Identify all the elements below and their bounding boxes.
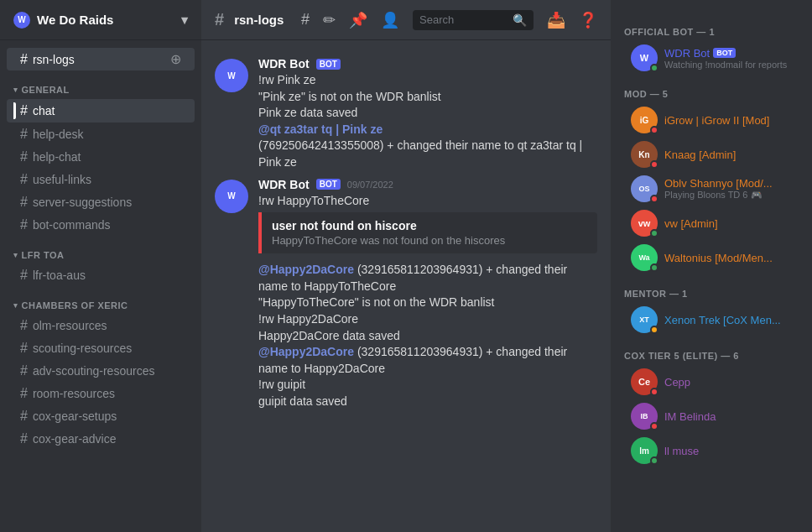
member-info: Oblv Shannyo [Mod/... Playing Bloons TD … [664,177,773,201]
category-general[interactable]: ▾ GENERAL [0,71,201,98]
member-name: Knaag [Admin] [664,149,736,161]
member-info: WDR Bot BOT Watching !modmail for report… [664,47,787,70]
sidebar-item-scouting-resources[interactable]: # scouting-resources [7,337,195,359]
member-name: IM Belinda [664,410,716,423]
status-indicator [650,456,658,465]
member-item-wdr-bot[interactable]: W WDR Bot BOT Watching !modmail for repo… [617,41,805,75]
category-label: CHAMBERS OF XERIC [22,300,128,310]
member-item-knaag[interactable]: Kn Knaag [Admin] [617,138,805,171]
sidebar-item-bot-commands[interactable]: # bot-commands [7,214,195,236]
member-category-mentor: MENTOR — 1 [611,275,812,302]
hash-icon: # [20,268,28,283]
add-channel-icon[interactable]: ⊕ [170,51,181,67]
member-item-vw[interactable]: vw vw [Admin] [617,206,805,240]
member-info: iGrow | iGrow II [Mod] [664,114,769,127]
edit-icon[interactable]: ✏ [323,11,336,29]
status-indicator [650,229,658,237]
search-bar[interactable]: 🔍 [413,10,534,30]
help-icon[interactable]: ❓ [579,11,597,29]
avatar: lm [631,437,658,464]
member-info: ll muse [664,445,699,457]
member-category-cox-tier5: COX TIER 5 (ELITE) — 6 [611,337,812,364]
inbox-icon[interactable]: 📥 [547,11,565,29]
sidebar-item-cox-gear-setups[interactable]: # cox-gear-setups [7,405,195,427]
member-item-igrow[interactable]: iG iGrow | iGrow II [Mod] [617,103,805,137]
avatar: Kn [631,141,658,168]
hash-icon: # [20,431,28,446]
member-item-im-belinda[interactable]: IB IM Belinda [617,399,805,433]
search-input[interactable] [419,13,513,26]
message-meta: WDR Bot BOT [258,57,597,70]
member-name: WDR Bot [664,47,710,60]
sidebar-item-room-resources[interactable]: # room-resources [7,383,195,404]
message-text: !rw Pink ze [258,72,597,89]
avatar: W [631,44,658,71]
header-icons: # ✏ 📌 👤 🔍 📥 ❓ [301,10,597,30]
category-label: GENERAL [22,85,70,95]
server-header[interactable]: W We Do Raids ▾ [0,0,201,40]
member-item-ll-muse[interactable]: lm ll muse [617,434,805,467]
member-subtext: Watching !modmail for reports [664,60,787,70]
member-name: Waltonius [Mod/Men... [664,252,773,264]
hash-icon: # [20,409,28,424]
member-info: Waltonius [Mod/Men... [664,252,773,264]
category-lfr-toa[interactable]: ▾ LFR TOA [0,237,201,263]
status-indicator [650,388,658,396]
message-text: @qt za3tar tq | Pink ze [258,122,597,138]
status-indicator [650,126,658,134]
member-name: Xenon Trek [CoX Men... [664,314,781,326]
sidebar-item-lfr-toa-aus[interactable]: # lfr-toa-aus [7,264,195,286]
status-indicator [650,160,658,169]
member-info: Knaag [Admin] [664,149,736,161]
message-text: @Happy2DaCore (329165811203964931) + cha… [258,262,597,295]
mention: @Happy2DaCore [258,345,354,358]
message-author: WDR Bot [258,178,310,191]
hash-icon: # [20,52,28,67]
channel-label: chat [33,104,55,117]
message-content: WDR Bot BOT 09/07/2022 !rw HappyToTheCor… [258,178,597,258]
channel-label: help-desk [33,128,84,141]
channel-label: cox-gear-advice [33,432,117,446]
category-chambers-of-xeric[interactable]: ▾ CHAMBERS OF XERIC [0,287,201,314]
hash-icon: # [20,149,28,164]
channel-label: lfr-toa-aus [33,269,86,282]
channel-label: adv-scouting-resources [33,364,155,378]
sidebar-item-useful-links[interactable]: # useful-links [7,169,195,190]
message-text: !rw Happy2DaCore [258,311,597,328]
chat-header: # rsn-logs # ✏ 📌 👤 🔍 📥 ❓ [201,0,611,40]
message-text: "Pink ze" is not on the WDR banlist [258,89,597,106]
member-item-xenon-trek[interactable]: XT Xenon Trek [CoX Men... [617,303,805,336]
sidebar-item-help-desk[interactable]: # help-desk [7,123,195,145]
sidebar-item-server-suggestions[interactable]: # server-suggestions [7,191,195,213]
member-item-waltonius[interactable]: Wa Waltonius [Mod/Men... [617,241,805,274]
pin-icon[interactable]: 📌 [349,11,367,29]
sidebar-item-chat[interactable]: # chat [7,99,195,123]
collapse-arrow-icon: ▾ [13,86,18,94]
messages-area: W WDR Bot BOT !rw Pink ze "Pink ze" is n… [201,40,611,532]
message-timestamp: 09/07/2022 [347,180,393,190]
status-indicator [650,263,658,272]
sidebar-item-help-chat[interactable]: # help-chat [7,146,195,168]
bot-badge: BOT [713,48,736,58]
avatar: OS [631,175,658,202]
status-indicator [650,326,658,334]
hash-icon: # [20,386,28,401]
member-item-cepp[interactable]: Ce Cepp [617,365,805,399]
sidebar-item-olm-resources[interactable]: # olm-resources [7,315,195,336]
members-icon[interactable]: 👤 [381,11,399,29]
threads-icon[interactable]: # [301,11,310,29]
member-item-oblv-shannyo[interactable]: OS Oblv Shannyo [Mod/... Playing Bloons … [617,172,805,206]
sidebar-item-rsn-logs[interactable]: # rsn-logs ⊕ [7,48,195,70]
status-indicator [650,195,658,203]
sidebar: W We Do Raids ▾ # rsn-logs ⊕ ▾ GENERAL #… [0,0,201,532]
channel-label: help-chat [33,150,81,164]
server-name: We Do Raids [37,13,113,27]
collapse-arrow-icon: ▾ [13,251,18,259]
sidebar-item-cox-gear-advice[interactable]: # cox-gear-advice [7,428,195,450]
avatar: W [215,180,248,213]
message-content: @Happy2DaCore (329165811203964931) + cha… [258,262,597,409]
member-name: iGrow | iGrow II [Mod] [664,114,769,127]
channel-label: scouting-resources [33,342,132,355]
message-text: guipit data saved [258,394,597,410]
sidebar-item-adv-scouting-resources[interactable]: # adv-scouting-resources [7,360,195,382]
